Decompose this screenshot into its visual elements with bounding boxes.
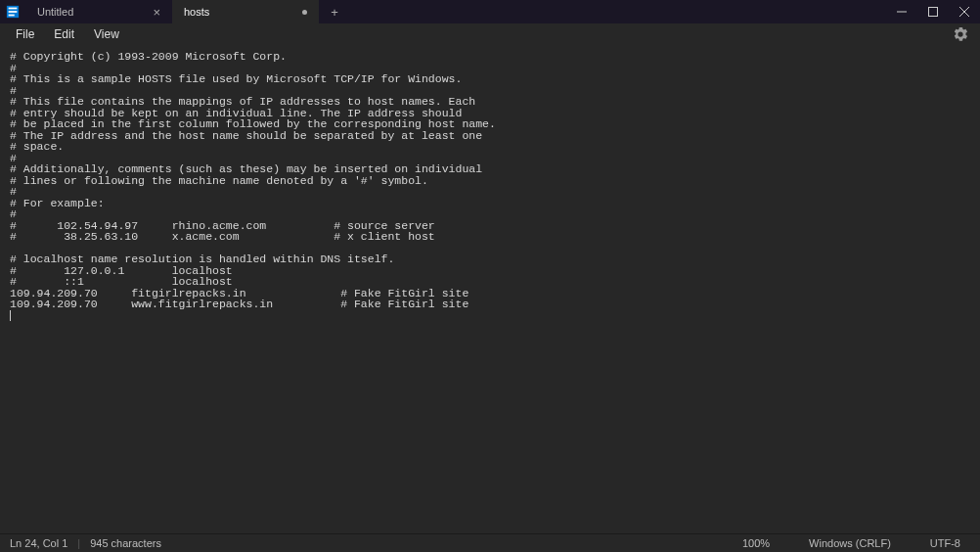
editor-line: # xyxy=(10,186,970,198)
editor-line: # lines or following the machine name de… xyxy=(10,175,970,187)
editor-line: # localhost name resolution is handled w… xyxy=(10,253,970,265)
menubar: File Edit View xyxy=(0,23,980,45)
editor-line: # xyxy=(10,208,970,220)
text-cursor xyxy=(10,310,11,321)
editor-line: # ::1 localhost xyxy=(10,276,970,288)
tab-close-icon[interactable]: × xyxy=(153,6,160,19)
svg-rect-1 xyxy=(9,8,18,10)
editor-line: 109.94.209.70 www.fitgirlrepacks.in # Fa… xyxy=(10,299,970,310)
zoom-level[interactable]: 100% xyxy=(742,537,770,549)
editor-area[interactable]: # Copyright (c) 1993-2009 Microsoft Corp… xyxy=(0,45,980,533)
menu-view[interactable]: View xyxy=(84,25,129,43)
editor-line: # be placed in the first column followed… xyxy=(10,118,970,130)
svg-rect-3 xyxy=(9,15,15,17)
editor-line: # This file contains the mappings of IP … xyxy=(10,96,970,108)
tab-hosts[interactable]: hosts xyxy=(172,0,319,23)
svg-rect-5 xyxy=(929,8,938,17)
editor-line: # This is a sample HOSTS file used by Mi… xyxy=(10,73,970,85)
statusbar: Ln 24, Col 1 | 945 characters 100% Windo… xyxy=(0,533,980,552)
close-button[interactable] xyxy=(949,0,980,23)
window-controls xyxy=(886,0,980,23)
encoding[interactable]: UTF-8 xyxy=(930,537,960,549)
settings-button[interactable] xyxy=(949,27,972,41)
maximize-button[interactable] xyxy=(917,0,949,23)
line-ending[interactable]: Windows (CRLF) xyxy=(809,537,891,549)
plus-icon: + xyxy=(331,5,338,20)
tab-label: hosts xyxy=(184,6,209,18)
editor-line: # Copyright (c) 1993-2009 Microsoft Corp… xyxy=(10,51,970,63)
titlebar: Untitled × hosts + xyxy=(0,0,980,23)
menu-file[interactable]: File xyxy=(6,25,44,43)
cursor-position[interactable]: Ln 24, Col 1 xyxy=(10,537,67,549)
new-tab-button[interactable]: + xyxy=(319,0,350,23)
minimize-button[interactable] xyxy=(886,0,917,23)
editor-line xyxy=(10,310,970,322)
tab-untitled[interactable]: Untitled × xyxy=(25,0,172,23)
app-window: Untitled × hosts + File Edit View # Cop xyxy=(0,0,980,552)
svg-rect-2 xyxy=(9,11,18,13)
editor-line: # 38.25.63.10 x.acme.com # x client host xyxy=(10,231,970,243)
tab-label: Untitled xyxy=(37,6,73,18)
modified-dot-icon xyxy=(302,10,307,15)
char-count[interactable]: 945 characters xyxy=(90,537,161,549)
gear-icon xyxy=(954,27,967,41)
menu-edit[interactable]: Edit xyxy=(44,25,84,43)
editor-line: # space. xyxy=(10,141,970,153)
editor-line: # For example: xyxy=(10,198,970,209)
editor-line: # Additionally, comments (such as these)… xyxy=(10,163,970,175)
app-icon xyxy=(0,0,25,23)
editor-line: # The IP address and the host name shoul… xyxy=(10,130,970,142)
